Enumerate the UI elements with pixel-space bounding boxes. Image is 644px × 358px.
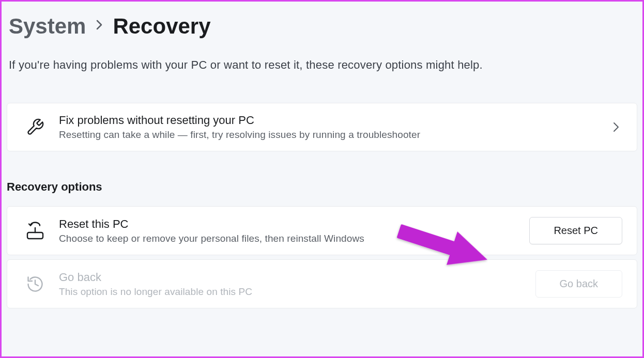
breadcrumb: System Recovery	[7, 14, 637, 39]
troubleshoot-title: Fix problems without resetting your PC	[59, 114, 595, 127]
reset-pc-card: Reset this PC Choose to keep or remove y…	[7, 206, 637, 255]
troubleshoot-subtitle: Resetting can take a while — first, try …	[59, 129, 595, 141]
recovery-options-heading: Recovery options	[7, 180, 637, 194]
go-back-button: Go back	[535, 270, 622, 298]
history-icon	[26, 275, 44, 293]
reset-pc-subtitle: Choose to keep or remove your personal f…	[59, 233, 515, 244]
go-back-subtitle: This option is no longer available on th…	[59, 286, 521, 298]
chevron-right-icon	[610, 121, 622, 133]
go-back-card: Go back This option is no longer availab…	[7, 259, 637, 308]
troubleshoot-card[interactable]: Fix problems without resetting your PC R…	[7, 103, 637, 151]
reset-icon	[26, 222, 44, 240]
reset-pc-title: Reset this PC	[59, 217, 515, 231]
go-back-title: Go back	[59, 271, 521, 284]
wrench-icon	[26, 118, 44, 136]
page-description: If you're having problems with your PC o…	[7, 58, 637, 72]
reset-pc-button[interactable]: Reset PC	[529, 217, 622, 244]
page-title: Recovery	[113, 14, 210, 39]
breadcrumb-parent-link[interactable]: System	[9, 14, 86, 39]
chevron-right-icon	[95, 18, 103, 35]
